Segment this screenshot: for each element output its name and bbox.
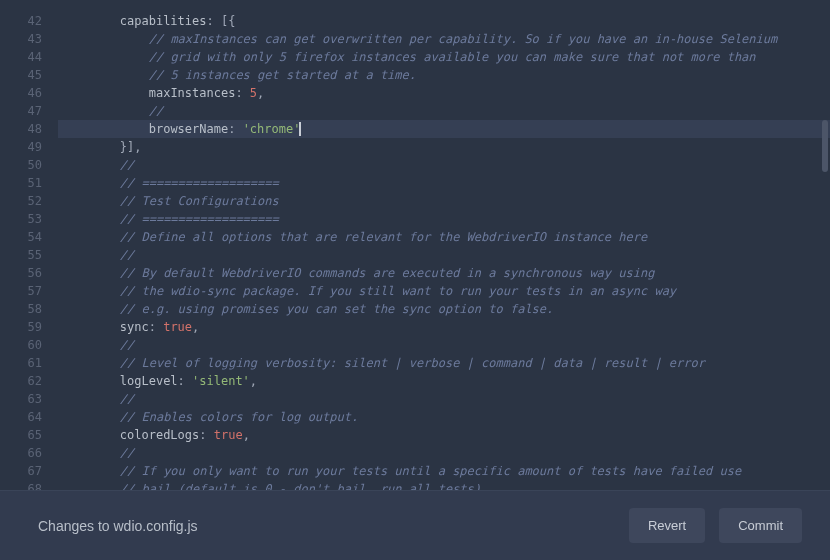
- line-number: 64: [0, 408, 42, 426]
- token-comment: // maxInstances can get overwritten per …: [149, 32, 778, 46]
- token-comment: //: [120, 158, 134, 172]
- code-line[interactable]: // e.g. using promises you can set the s…: [58, 300, 830, 318]
- token-comment: // Enables colors for log output.: [120, 410, 358, 424]
- line-number: 61: [0, 354, 42, 372]
- line-number: 52: [0, 192, 42, 210]
- code-line[interactable]: logLevel: 'silent',: [58, 372, 830, 390]
- token-bool: true: [214, 428, 243, 442]
- line-number: 46: [0, 84, 42, 102]
- token-comment: // the wdio-sync package. If you still w…: [120, 284, 676, 298]
- code-line[interactable]: //: [58, 156, 830, 174]
- token-key: sync: [120, 320, 149, 334]
- commit-button[interactable]: Commit: [719, 508, 802, 543]
- code-line[interactable]: // Level of logging verbosity: silent | …: [58, 354, 830, 372]
- code-area[interactable]: capabilities: [{ // maxInstances can get…: [58, 0, 830, 490]
- text-cursor: [299, 122, 301, 136]
- token-string: 'chrome': [243, 122, 301, 136]
- token-comment: // Level of logging verbosity: silent | …: [120, 356, 705, 370]
- line-number: 48: [0, 120, 42, 138]
- code-line[interactable]: }],: [58, 138, 830, 156]
- token-bool: true: [163, 320, 192, 334]
- code-line[interactable]: //: [58, 246, 830, 264]
- token-string: 'silent': [192, 374, 250, 388]
- line-number: 59: [0, 318, 42, 336]
- code-line[interactable]: sync: true,: [58, 318, 830, 336]
- token-comment: // If you only want to run your tests un…: [120, 464, 741, 478]
- code-editor[interactable]: 4243444546474849505152535455565758596061…: [0, 0, 830, 490]
- line-number: 47: [0, 102, 42, 120]
- token-comment: // By default WebdriverIO commands are e…: [120, 266, 655, 280]
- token-num: 5: [250, 86, 257, 100]
- code-line[interactable]: maxInstances: 5,: [58, 84, 830, 102]
- line-number: 62: [0, 372, 42, 390]
- token-punct: :: [235, 86, 249, 100]
- token-comment: // ===================: [120, 212, 279, 226]
- line-number: 50: [0, 156, 42, 174]
- line-number: 57: [0, 282, 42, 300]
- token-punct: ,: [250, 374, 257, 388]
- line-number: 45: [0, 66, 42, 84]
- code-line[interactable]: // ===================: [58, 210, 830, 228]
- code-line[interactable]: // Define all options that are relevant …: [58, 228, 830, 246]
- token-punct: ,: [257, 86, 264, 100]
- changes-message: Changes to wdio.config.js: [38, 518, 198, 534]
- line-number: 68: [0, 480, 42, 490]
- token-key: maxInstances: [149, 86, 236, 100]
- code-line[interactable]: // If you only want to run your tests un…: [58, 462, 830, 480]
- code-line[interactable]: capabilities: [{: [58, 12, 830, 30]
- token-comment: // grid with only 5 firefox instances av…: [149, 50, 756, 64]
- line-number: 60: [0, 336, 42, 354]
- token-punct: ,: [192, 320, 199, 334]
- token-punct: ,: [243, 428, 250, 442]
- token-punct: }],: [120, 140, 142, 154]
- code-line[interactable]: // the wdio-sync package. If you still w…: [58, 282, 830, 300]
- code-line[interactable]: // By default WebdriverIO commands are e…: [58, 264, 830, 282]
- token-comment: //: [120, 338, 134, 352]
- token-comment: // bail (default is 0 - don't bail, run …: [120, 482, 488, 490]
- code-line[interactable]: // ===================: [58, 174, 830, 192]
- line-number: 42: [0, 12, 42, 30]
- token-punct: :: [199, 428, 213, 442]
- code-line[interactable]: //: [58, 390, 830, 408]
- line-number: 44: [0, 48, 42, 66]
- code-line[interactable]: // maxInstances can get overwritten per …: [58, 30, 830, 48]
- token-comment: // 5 instances get started at a time.: [149, 68, 416, 82]
- line-number: 56: [0, 264, 42, 282]
- token-comment: //: [149, 104, 163, 118]
- line-number: 66: [0, 444, 42, 462]
- code-line[interactable]: // grid with only 5 firefox instances av…: [58, 48, 830, 66]
- changes-footer: Changes to wdio.config.js Revert Commit: [0, 490, 830, 560]
- token-key: coloredLogs: [120, 428, 199, 442]
- token-comment: // e.g. using promises you can set the s…: [120, 302, 553, 316]
- line-number: 51: [0, 174, 42, 192]
- line-number-gutter: 4243444546474849505152535455565758596061…: [0, 0, 58, 490]
- token-comment: //: [120, 446, 134, 460]
- code-line[interactable]: browserName: 'chrome': [58, 120, 830, 138]
- code-line[interactable]: // Enables colors for log output.: [58, 408, 830, 426]
- footer-actions: Revert Commit: [629, 508, 802, 543]
- line-number: 43: [0, 30, 42, 48]
- code-line[interactable]: coloredLogs: true,: [58, 426, 830, 444]
- line-number: 58: [0, 300, 42, 318]
- line-number: 53: [0, 210, 42, 228]
- token-key: logLevel: [120, 374, 178, 388]
- line-number: 65: [0, 426, 42, 444]
- code-line[interactable]: //: [58, 102, 830, 120]
- line-number: 63: [0, 390, 42, 408]
- revert-button[interactable]: Revert: [629, 508, 705, 543]
- line-number: 67: [0, 462, 42, 480]
- token-key: browserName: [149, 122, 228, 136]
- code-line[interactable]: // Test Configurations: [58, 192, 830, 210]
- code-line[interactable]: //: [58, 444, 830, 462]
- token-comment: // Test Configurations: [120, 194, 279, 208]
- token-comment: //: [120, 248, 134, 262]
- token-punct: :: [228, 122, 242, 136]
- vertical-scrollbar[interactable]: [822, 120, 828, 172]
- token-comment: // Define all options that are relevant …: [120, 230, 647, 244]
- code-line[interactable]: //: [58, 336, 830, 354]
- line-number: 55: [0, 246, 42, 264]
- token-comment: // ===================: [120, 176, 279, 190]
- code-line[interactable]: // 5 instances get started at a time.: [58, 66, 830, 84]
- code-line[interactable]: // bail (default is 0 - don't bail, run …: [58, 480, 830, 490]
- token-punct: :: [178, 374, 192, 388]
